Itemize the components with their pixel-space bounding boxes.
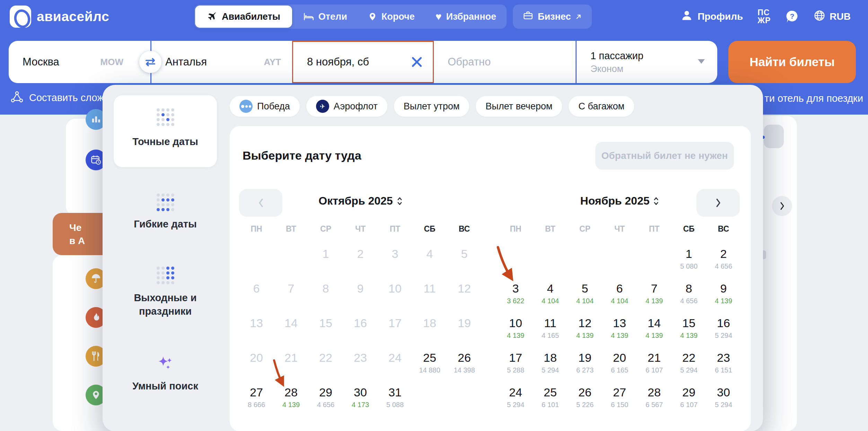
clear-date-icon[interactable]	[411, 56, 422, 68]
nav-tab-business[interactable]: Бизнес	[513, 5, 592, 29]
day-number: 23	[706, 350, 741, 365]
complex-route-link[interactable]: Составить сложн	[10, 91, 109, 105]
calendar-empty-cell	[533, 242, 568, 277]
calendar-day[interactable]: 154 139	[672, 312, 706, 346]
day-price: 5 294	[498, 401, 533, 409]
calendar-day[interactable]: 216 107	[637, 346, 672, 381]
passengers-field[interactable]: 1 пассажир Эконом	[576, 41, 717, 83]
calendar-day[interactable]: 284 139	[274, 381, 308, 415]
calendar-day[interactable]: 144 139	[637, 312, 672, 346]
nav-tab-favorites[interactable]: ♥ Избранное	[425, 5, 507, 29]
profile-button[interactable]: Профиль	[681, 10, 743, 24]
calendar-day[interactable]: 2614 398	[447, 346, 482, 381]
depart-date-field[interactable]: 8 ноября, сб	[292, 41, 434, 83]
calendar-day[interactable]: 24 656	[706, 242, 741, 277]
calendar-day[interactable]: 114 165	[533, 312, 568, 346]
day-number: 12	[568, 316, 602, 330]
calendar-day[interactable]: 33 622	[498, 277, 533, 312]
calendar-day[interactable]: 15 080	[672, 242, 706, 277]
day-number: 30	[706, 385, 741, 399]
nav-tab-hotels[interactable]: Отели	[293, 5, 358, 29]
datepicker-tab-weekends[interactable]: Выходные и праздники	[114, 267, 217, 318]
calendar-day[interactable]: 296 107	[672, 381, 706, 415]
help-button[interactable]: ?	[785, 10, 799, 24]
calendar-day[interactable]: 134 139	[602, 312, 637, 346]
month-selector[interactable]: Октябрь 2025	[239, 195, 482, 207]
calendar-day[interactable]: 278 666	[239, 381, 274, 415]
carousel-next-button[interactable]	[772, 196, 792, 216]
datepicker-tab-label: Умный поиск	[122, 379, 209, 393]
day-number: 10	[378, 281, 412, 296]
day-number: 7	[637, 281, 672, 296]
weekday-label: ПТ	[637, 224, 672, 242]
origin-value: Москва	[23, 56, 59, 68]
nav-tab-flights[interactable]: Авиабилеты	[195, 6, 292, 28]
calendar-month-october: ПНВТСРЧТПТСБВС12345678910111213141516171…	[239, 224, 482, 415]
calendar-day[interactable]: 265 226	[568, 381, 602, 415]
calendar-day[interactable]: 175 288	[498, 346, 533, 381]
destination-field[interactable]: Анталья AYT	[150, 41, 292, 83]
calendar-day[interactable]: 84 656	[672, 277, 706, 312]
calendar-day[interactable]: 315 088	[378, 381, 412, 415]
day-price: 5 088	[378, 401, 412, 409]
calendar-day[interactable]: 206 165	[602, 346, 637, 381]
brand-logo[interactable]: авиасейлс	[10, 6, 109, 28]
day-number: 13	[602, 316, 637, 330]
calendar-day[interactable]: 104 139	[498, 312, 533, 346]
datepicker-tab-flexible-dates[interactable]: Гибкие даты	[114, 194, 217, 231]
calendar-day[interactable]: 74 139	[637, 277, 672, 312]
filter-chip[interactable]: ✈Аэрофлот	[306, 96, 387, 117]
calendar-day[interactable]: 286 567	[637, 381, 672, 415]
calendar-day[interactable]: 294 656	[308, 381, 343, 415]
calendar-day[interactable]: 305 294	[706, 381, 741, 415]
plane-icon	[207, 11, 217, 22]
month-selector[interactable]: Ноябрь 2025	[498, 195, 741, 207]
calendar-day: 9	[343, 277, 378, 312]
datepicker-tab-smart-search[interactable]: Умный поиск	[114, 354, 217, 393]
calendar-day[interactable]: 256 101	[533, 381, 568, 415]
calendar-day[interactable]: 236 151	[706, 346, 741, 381]
weekday-label: ВТ	[533, 224, 568, 242]
calendar-day[interactable]: 44 104	[533, 277, 568, 312]
day-number: 11	[533, 316, 568, 330]
day-number: 15	[308, 316, 343, 330]
nav-tab-label: Короче	[382, 11, 415, 22]
filter-chip[interactable]: Вылет вечером	[476, 96, 562, 117]
day-price: 6 273	[568, 366, 602, 374]
search-tickets-button[interactable]: Найти билеты	[728, 41, 856, 83]
origin-field[interactable]: Москва MOW	[9, 41, 150, 83]
calendar-day[interactable]: 64 104	[602, 277, 637, 312]
psjr-badge[interactable]: ПС ЖР	[757, 9, 771, 25]
day-price: 4 104	[568, 297, 602, 305]
pobeda-logo-icon	[239, 100, 253, 113]
no-return-ticket-button[interactable]: Обратный билет не нужен	[595, 142, 734, 170]
calendar-day[interactable]: 124 139	[568, 312, 602, 346]
swap-direction-button[interactable]	[139, 51, 161, 73]
filter-chip[interactable]: Вылет утром	[394, 96, 470, 117]
calendar-day: 23	[343, 346, 378, 381]
calendar-card: Выберите дату туда Обратный билет не нуж…	[230, 126, 751, 431]
calendar-day[interactable]: 276 150	[602, 381, 637, 415]
calendar-day[interactable]: 304 173	[343, 381, 378, 415]
calendar-day[interactable]: 196 273	[568, 346, 602, 381]
calendar-day[interactable]: 165 294	[706, 312, 741, 346]
filter-chip[interactable]: Победа	[230, 96, 300, 117]
calendar-day[interactable]: 94 139	[706, 277, 741, 312]
calendar-day[interactable]: 245 294	[498, 381, 533, 415]
datepicker-tab-exact-dates[interactable]: Точные даты	[114, 95, 217, 167]
day-number: 8	[672, 281, 706, 296]
calendar-day[interactable]: 2514 880	[412, 346, 447, 381]
day-price: 14 880	[412, 366, 447, 374]
calendar-day[interactable]: 54 104	[568, 277, 602, 312]
filter-chip[interactable]: С багажом	[569, 96, 634, 117]
currency-selector[interactable]: RUB	[814, 10, 851, 24]
day-price: 4 165	[533, 331, 568, 340]
calendar-day[interactable]: 225 294	[672, 346, 706, 381]
find-hotel-link[interactable]: ти отель для поездки	[764, 93, 863, 104]
day-price: 4 656	[308, 401, 343, 409]
calendar-day[interactable]: 185 294	[533, 346, 568, 381]
day-price: 4 139	[602, 331, 637, 340]
nav-tab-koroche[interactable]: Короче	[358, 5, 425, 29]
day-number: 6	[602, 281, 637, 296]
return-date-field[interactable]: Обратно	[434, 41, 576, 83]
